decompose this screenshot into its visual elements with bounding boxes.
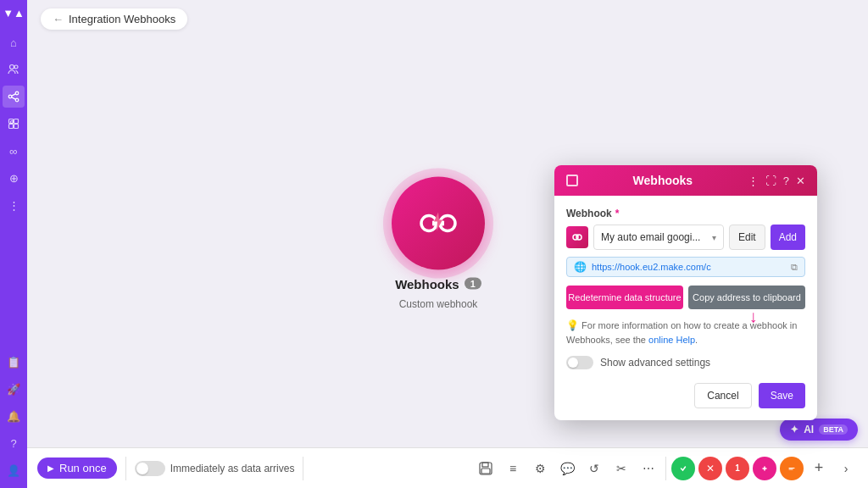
modal-title: Webhooks [633,174,693,187]
modal-header-icons: ⋮ ⛶ ? ✕ [748,175,805,187]
globe-icon: 🌐 [574,261,587,273]
tool-cut-icon[interactable]: ✂ [609,457,633,480]
advanced-settings-row: Show advanced settings [566,356,805,369]
divider-2 [303,457,303,480]
sidebar-item-home[interactable]: ⌂ [3,31,25,53]
sidebar-item-globe[interactable]: ⊕ [3,167,25,189]
save-button[interactable]: Save [759,383,805,408]
webhook-select-value: My auto email googi... [601,231,712,243]
back-arrow-icon[interactable]: ← [53,13,64,25]
tool-plus-icon[interactable]: + [807,457,831,480]
modal-overlay: Webhooks ⋮ ⛶ ? ✕ Webhook * [27,38,868,447]
immediately-toggle-row: Immediately as data arrives [135,461,295,476]
immediately-label: Immediately as data arrives [170,463,295,474]
tool-badge-1[interactable]: 1 [726,457,749,480]
webhooks-modal: Webhooks ⋮ ⛶ ? ✕ Webhook * [554,165,817,420]
sidebar-item-rocket[interactable]: 🚀 [3,378,25,400]
tool-undo-icon[interactable]: ↺ [582,457,606,480]
breadcrumb[interactable]: ← Integration Webhooks [41,8,187,30]
run-once-button[interactable]: ▶ Run once [37,458,117,479]
svg-rect-9 [14,119,19,124]
copy-address-button[interactable]: Copy address to clipboard [688,286,805,309]
modal-header: Webhooks ⋮ ⛶ ? ✕ [554,165,817,196]
canvas: Webhooks 1 Custom webhook Webhooks ⋮ ⛶ ?… [27,38,868,447]
edit-button[interactable]: Edit [729,225,765,250]
info-icon: 💡 [566,319,579,331]
sidebar-item-docs[interactable]: 📋 [3,351,25,373]
webhook-brand-icon [566,226,588,248]
redetermine-button[interactable]: Redetermine data structure [566,286,683,309]
svg-point-22 [679,464,687,473]
svg-point-3 [8,95,12,98]
breadcrumb-text: Integration Webhooks [69,13,175,25]
tool-chevron-icon[interactable]: › [834,457,858,480]
modal-footer: Cancel Save [566,380,805,408]
tool-red-icon[interactable]: ✕ [698,457,722,480]
svg-point-1 [14,65,18,69]
sidebar-logo: ▼▲ [3,7,25,19]
modal-close-icon[interactable]: ✕ [796,175,805,187]
play-icon: ▶ [47,463,54,473]
webhook-url-row: 🌐 https://hook.eu2.make.com/c ⧉ [566,257,805,277]
chevron-down-icon: ▾ [712,233,716,242]
sidebar-item-bell[interactable]: 🔔 [3,405,25,427]
sidebar-item-more[interactable]: ⋮ [3,194,25,216]
add-button[interactable]: Add [771,225,805,250]
webhook-field-label: Webhook * [566,208,805,219]
svg-point-18 [576,235,579,237]
modal-help-icon[interactable]: ? [783,175,789,187]
tool-settings-icon[interactable]: ⚙ [528,457,552,480]
main-content: ← Integration Webhooks W [27,0,868,488]
svg-point-2 [15,92,19,95]
copy-url-icon[interactable]: ⧉ [791,262,798,273]
svg-rect-20 [482,463,488,467]
modal-checkbox-icon [566,175,578,186]
info-text: 💡 For more information on how to create … [566,318,805,347]
svg-point-0 [10,65,14,69]
webhook-label-text: Webhook [566,208,612,219]
tool-list-icon[interactable]: ≡ [501,457,525,480]
header: ← Integration Webhooks [27,0,868,38]
online-help-link[interactable]: online Help [648,335,695,345]
run-once-label: Run once [59,462,107,474]
sidebar: ▼▲ ⌂ ∞ ⊕ ⋮ 📋 🚀 🔔 ? 👤 [0,0,27,488]
bottom-bar: ▶ Run once Immediately as data arrives ≡… [27,447,868,488]
divider-3 [665,457,666,480]
webhook-url[interactable]: https://hook.eu2.make.com/c [592,262,786,272]
advanced-label: Show advanced settings [600,357,710,369]
bottom-tools: ≡ ⚙ 💬 ↺ ✂ ⋯ ✕ 1 [474,457,858,480]
tool-notes-icon[interactable]: 💬 [555,457,579,480]
svg-rect-11 [14,125,19,129]
sidebar-item-help[interactable]: ? [3,432,25,454]
sidebar-item-plugins[interactable] [3,113,25,135]
svg-rect-21 [481,469,490,474]
tool-pink-icon[interactable] [753,457,776,480]
svg-line-6 [12,97,15,99]
sidebar-item-share[interactable] [3,86,25,108]
tool-save-icon[interactable] [474,457,498,480]
svg-point-4 [15,98,19,102]
tool-orange-icon[interactable] [780,457,804,480]
modal-body: Webhook * My auto em [554,196,817,420]
advanced-toggle[interactable] [566,356,593,369]
pointer-arrow-icon: ↑ [749,309,758,329]
svg-rect-10 [9,125,14,129]
modal-menu-icon[interactable]: ⋮ [748,175,759,187]
immediately-toggle[interactable] [135,461,165,476]
tool-green-icon[interactable] [671,457,695,480]
sidebar-item-connections[interactable]: ∞ [3,140,25,162]
action-buttons: Redetermine data structure Copy address … [566,286,805,309]
sidebar-item-user[interactable]: 👤 [3,459,25,481]
svg-line-5 [12,94,15,96]
cancel-button[interactable]: Cancel [694,383,751,408]
sidebar-item-team[interactable] [3,58,25,80]
webhook-select-dropdown[interactable]: My auto email googi... ▾ [593,225,724,250]
webhook-select-row: My auto email googi... ▾ Edit Add [566,225,805,250]
divider-1 [125,457,126,480]
modal-expand-icon[interactable]: ⛶ [765,175,776,187]
tool-more-icon[interactable]: ⋯ [637,457,660,480]
required-mark: * [615,208,620,219]
